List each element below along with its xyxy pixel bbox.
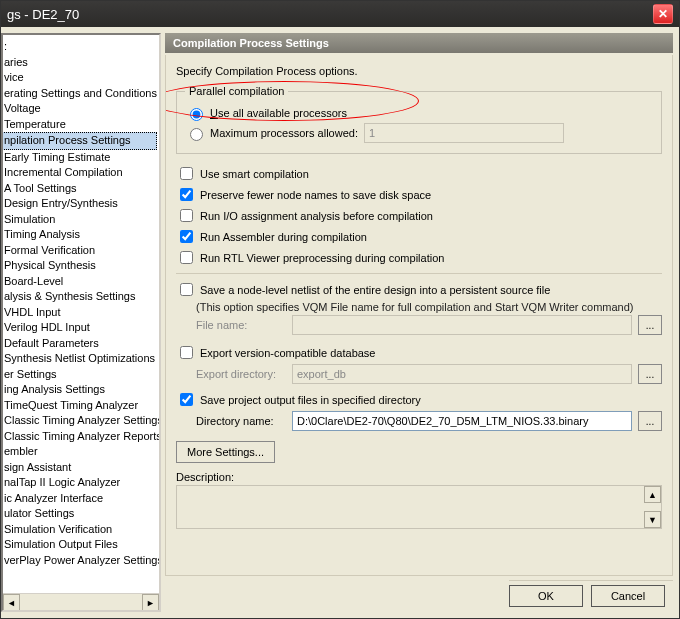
filename-field	[292, 315, 632, 335]
tree-item[interactable]: verPlay Power Analyzer Settings	[1, 553, 157, 569]
tree-item[interactable]: nalTap II Logic Analyzer	[1, 475, 157, 491]
tree-item[interactable]: er Settings	[1, 367, 157, 383]
max-proc-radio-input[interactable]	[190, 128, 203, 141]
dirname-browse-button[interactable]: ...	[638, 411, 662, 431]
scroll-left-button[interactable]: ◄	[3, 594, 20, 611]
desc-scroll-up[interactable]: ▲	[644, 486, 661, 503]
close-button[interactable]: ✕	[653, 4, 673, 24]
description-box: ▲ ▼	[176, 485, 662, 529]
filename-browse-button[interactable]: ...	[638, 315, 662, 335]
tree-item[interactable]: Board-Level	[1, 274, 157, 290]
tree-item[interactable]: npilation Process Settings	[1, 132, 157, 150]
category-tree: :ariesviceerating Settings and Condition…	[1, 33, 161, 612]
filename-label: File name:	[196, 319, 286, 331]
tree-item[interactable]: Physical Synthesis	[1, 258, 157, 274]
dirname-label: Directory name:	[196, 415, 286, 427]
tree-item[interactable]: TimeQuest Timing Analyzer	[1, 398, 157, 414]
tree-item[interactable]: Default Parameters	[1, 336, 157, 352]
panel-intro: Specify Compilation Process options.	[176, 65, 662, 77]
work-area: :ariesviceerating Settings and Condition…	[1, 27, 679, 618]
tree-item[interactable]: Simulation Verification	[1, 522, 157, 538]
button-bar: OK Cancel	[509, 580, 673, 612]
save-netlist-note: (This option specifies VQM File name for…	[196, 301, 662, 313]
exportdir-label: Export directory:	[196, 368, 286, 380]
parallel-compilation-group: Parallel compilation Use all available p…	[176, 85, 662, 154]
tree-item[interactable]: Verilog HDL Input	[1, 320, 157, 336]
cancel-button[interactable]: Cancel	[591, 585, 665, 607]
desc-scroll-down[interactable]: ▼	[644, 511, 661, 528]
title-bar: gs - DE2_70 ✕	[1, 1, 679, 27]
tree-hscroll: ◄ ►	[3, 593, 159, 610]
scroll-right-button[interactable]: ►	[142, 594, 159, 611]
tree-item[interactable]: Timing Analysis	[1, 227, 157, 243]
exportdir-field	[292, 364, 632, 384]
tree-item[interactable]: Synthesis Netlist Optimizations	[1, 351, 157, 367]
tree-item[interactable]: aries	[1, 55, 157, 71]
tree-item[interactable]: :	[1, 39, 157, 55]
tree-item[interactable]: Classic Timing Analyzer Reports	[1, 429, 157, 445]
export-db-check[interactable]: Export version-compatible database	[176, 343, 375, 362]
more-settings-button[interactable]: More Settings...	[176, 441, 275, 463]
tree-item[interactable]: Incremental Compilation	[1, 165, 157, 181]
tree-item[interactable]: Simulation	[1, 212, 157, 228]
tree-item[interactable]: sign Assistant	[1, 460, 157, 476]
save-output-check[interactable]: Save project output files in specified d…	[176, 390, 421, 409]
tree-item[interactable]: ing Analysis Settings	[1, 382, 157, 398]
smart-compilation-check[interactable]: Use smart compilation	[176, 164, 309, 183]
max-proc-label: Maximum processors allowed:	[210, 127, 358, 139]
tree-item[interactable]: VHDL Input	[1, 305, 157, 321]
tree-item[interactable]: Simulation Output Files	[1, 537, 157, 553]
tree-item[interactable]: Design Entry/Synthesis	[1, 196, 157, 212]
tree-item[interactable]: Early Timing Estimate	[1, 150, 157, 166]
tree-item[interactable]: Temperature	[1, 117, 157, 133]
run-io-check[interactable]: Run I/O assignment analysis before compi…	[176, 206, 433, 225]
tree-item[interactable]: embler	[1, 444, 157, 460]
dirname-field[interactable]	[292, 411, 632, 431]
run-assembler-check[interactable]: Run Assembler during compilation	[176, 227, 367, 246]
window-title: gs - DE2_70	[7, 7, 79, 22]
save-netlist-check[interactable]: Save a node-level netlist of the entire …	[176, 280, 550, 299]
tree-item[interactable]: Classic Timing Analyzer Settings	[1, 413, 157, 429]
tree-item[interactable]: ulator Settings	[1, 506, 157, 522]
preserve-names-check[interactable]: Preserve fewer node names to save disk s…	[176, 185, 431, 204]
tree-item[interactable]: ic Analyzer Interface	[1, 491, 157, 507]
parallel-legend: Parallel compilation	[185, 85, 288, 97]
use-all-radio-input[interactable]	[190, 108, 203, 121]
run-rtl-check[interactable]: Run RTL Viewer preprocessing during comp…	[176, 248, 444, 267]
exportdir-browse-button[interactable]: ...	[638, 364, 662, 384]
settings-panel: Compilation Process Settings Specify Com…	[165, 33, 673, 612]
tree-item[interactable]: A Tool Settings	[1, 181, 157, 197]
tree-item[interactable]: erating Settings and Conditions	[1, 86, 157, 102]
max-processors-radio[interactable]: Maximum processors allowed:	[185, 125, 358, 141]
max-processors-field	[364, 123, 564, 143]
tree-item[interactable]: Voltage	[1, 101, 157, 117]
use-all-processors-radio[interactable]: Use all available processors	[185, 105, 347, 121]
tree-item[interactable]: alysis & Synthesis Settings	[1, 289, 157, 305]
tree-item[interactable]: Formal Verification	[1, 243, 157, 259]
description-label: Description:	[176, 471, 662, 483]
tree-item[interactable]: vice	[1, 70, 157, 86]
panel-title: Compilation Process Settings	[165, 33, 673, 53]
ok-button[interactable]: OK	[509, 585, 583, 607]
